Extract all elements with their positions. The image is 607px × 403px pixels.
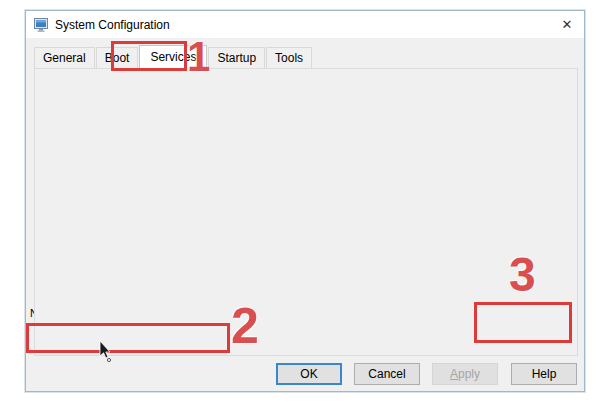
tab-boot[interactable]: Boot [96,47,139,69]
help-button[interactable]: Help [511,363,577,385]
close-icon[interactable]: ✕ [550,11,584,38]
tab-general[interactable]: General [34,47,95,69]
cancel-button[interactable]: Cancel [354,363,420,385]
services-tab-page [34,68,578,356]
ok-button[interactable]: OK [276,363,342,385]
tab-startup[interactable]: Startup [208,47,265,69]
system-configuration-dialog: System Configuration ✕ General Boot Serv… [25,10,585,392]
window-title: System Configuration [55,18,170,32]
tab-strip: General Boot Services Startup Tools [34,47,313,69]
tab-services[interactable]: Services [139,45,207,70]
title-bar[interactable]: System Configuration ✕ [26,11,584,38]
apply-button: Apply [432,363,498,385]
msconfig-icon [34,18,49,32]
tab-tools[interactable]: Tools [266,47,312,69]
